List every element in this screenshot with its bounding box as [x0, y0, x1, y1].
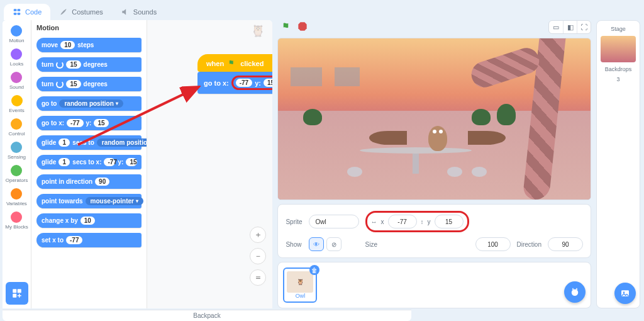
- block-palette: Motion move 10 steps turn 15 degrees tur…: [31, 20, 147, 308]
- block-change-x[interactable]: change x by 10: [36, 213, 142, 228]
- script-stack[interactable]: when clicked go to x: -77 y: 15: [197, 54, 272, 94]
- backdrops-count: 3: [616, 76, 619, 82]
- sprite-name-input[interactable]: [309, 215, 359, 228]
- stage-small-button[interactable]: ▭: [549, 21, 563, 33]
- sprite-size-input[interactable]: [475, 237, 511, 251]
- add-extension-button[interactable]: [6, 282, 28, 305]
- block-when-flag-clicked[interactable]: when clicked: [197, 54, 272, 72]
- category-operators[interactable]: Operators: [6, 164, 28, 184]
- stop-button[interactable]: [297, 21, 308, 31]
- block-turn-cw[interactable]: turn 15 degrees: [36, 57, 142, 72]
- zoom-in-button[interactable]: ＋: [250, 227, 266, 243]
- hide-sprite-button[interactable]: ⊘: [326, 237, 341, 251]
- svg-point-12: [623, 291, 625, 293]
- add-backdrop-button[interactable]: [614, 283, 636, 304]
- tab-code[interactable]: Code: [4, 4, 50, 20]
- stage-large-button[interactable]: ◧: [563, 21, 577, 33]
- category-dot: [11, 118, 22, 130]
- code-icon: [13, 8, 21, 16]
- stage-full-button[interactable]: ⛶: [577, 21, 591, 33]
- rotate-cw-icon: [56, 61, 64, 69]
- category-motion[interactable]: Motion: [9, 24, 24, 45]
- svg-rect-5: [17, 289, 21, 293]
- stage[interactable]: [277, 38, 591, 200]
- category-dot: [11, 25, 22, 37]
- category-dot: [11, 165, 22, 176]
- svg-marker-9: [299, 22, 307, 30]
- sprite-card-label: Owl: [287, 293, 313, 299]
- block-point-direction[interactable]: point in direction 90: [36, 174, 142, 189]
- sound-icon: [121, 8, 130, 16]
- tab-code-label: Code: [25, 8, 42, 16]
- category-variables[interactable]: Variables: [6, 187, 27, 208]
- highlight-goto-inputs: -77 y: 15: [231, 76, 273, 90]
- category-dot: [11, 95, 23, 106]
- size-label: Size: [365, 241, 469, 248]
- y-axis-icon: ↕: [421, 218, 424, 225]
- green-flag-icon: [228, 59, 236, 68]
- stage-thumbnail[interactable]: [601, 36, 636, 62]
- block-point-towards[interactable]: point towards mouse-pointer: [36, 194, 142, 208]
- block-glide-xy[interactable]: glide 1 secs to x: -77 y: 15: [36, 155, 142, 169]
- sprite-thumb: 🦉: [287, 271, 313, 293]
- category-dot: [11, 188, 22, 200]
- stage-sprite-owl[interactable]: [403, 126, 472, 151]
- delete-sprite-button[interactable]: 🗑: [309, 265, 319, 275]
- tab-sounds-label: Sounds: [133, 8, 157, 16]
- image-icon: [620, 288, 630, 298]
- palette-title: Motion: [36, 24, 142, 31]
- sprite-x-input[interactable]: [388, 215, 417, 228]
- tab-sounds[interactable]: Sounds: [112, 4, 165, 20]
- category-looks[interactable]: Looks: [10, 47, 23, 68]
- add-sprite-button[interactable]: [564, 281, 586, 303]
- backdrops-label: Backdrops: [605, 66, 632, 72]
- category-control[interactable]: Control: [9, 117, 25, 138]
- svg-rect-6: [13, 294, 16, 298]
- category-sensing[interactable]: Sensing: [8, 140, 26, 161]
- sprite-card-owl[interactable]: 🗑 🦉 Owl: [283, 268, 317, 303]
- zoom-out-button[interactable]: －: [250, 248, 266, 264]
- sprite-watermark: 🦉: [251, 24, 265, 38]
- extension-icon: [11, 288, 23, 299]
- cat-icon: [569, 286, 580, 298]
- tab-costumes[interactable]: Costumes: [50, 4, 112, 20]
- category-sound[interactable]: Sound: [9, 70, 24, 91]
- category-rail: MotionLooksSoundEventsControlSensingOper…: [3, 20, 31, 308]
- direction-label: Direction: [517, 241, 541, 248]
- category-dot: [11, 48, 22, 60]
- x-axis-icon: ↔: [371, 218, 377, 225]
- block-move-steps[interactable]: move 10 steps: [36, 38, 142, 52]
- script-area[interactable]: 🦉 when clicked go to x: -77 y: 15: [147, 20, 272, 308]
- sprite-list: 🗑 🦉 Owl: [277, 262, 591, 308]
- category-my-blocks[interactable]: My Blocks: [5, 210, 28, 231]
- svg-rect-2: [14, 13, 17, 15]
- sprite-y-input[interactable]: [435, 215, 464, 228]
- svg-line-7: [78, 88, 196, 145]
- svg-rect-3: [18, 13, 21, 15]
- svg-rect-0: [14, 9, 17, 11]
- brush-icon: [59, 8, 68, 16]
- sprite-name-label: Sprite: [286, 218, 302, 225]
- script-block-goto-xy[interactable]: go to x: -77 y: 15: [197, 72, 272, 94]
- stage-title: Stage: [611, 26, 626, 32]
- svg-rect-4: [13, 289, 16, 293]
- block-set-x[interactable]: set x to -77: [36, 233, 142, 247]
- stage-panel: Stage Backdrops 3: [596, 20, 640, 308]
- sprite-info-panel: Sprite ↔ x ↕ y Show 👁 ⊘ Size: [277, 204, 591, 258]
- svg-rect-1: [18, 9, 21, 11]
- svg-point-10: [572, 290, 579, 296]
- green-flag-button[interactable]: [281, 21, 292, 33]
- rotate-ccw-icon: [56, 81, 64, 88]
- point-dropdown[interactable]: mouse-pointer: [86, 197, 143, 205]
- category-dot: [11, 211, 22, 223]
- show-label: Show: [286, 241, 302, 248]
- sprite-direction-input[interactable]: [548, 237, 583, 251]
- tab-costumes-label: Costumes: [72, 8, 103, 16]
- category-dot: [11, 72, 22, 83]
- backpack-drawer[interactable]: Backpack: [3, 310, 411, 321]
- annotation-arrow-1: [72, 83, 204, 152]
- zoom-reset-button[interactable]: ＝: [250, 269, 266, 286]
- category-events[interactable]: Events: [9, 94, 24, 115]
- highlight-xy-inputs: ↔ x ↕ y: [365, 211, 469, 232]
- show-sprite-button[interactable]: 👁: [309, 237, 324, 251]
